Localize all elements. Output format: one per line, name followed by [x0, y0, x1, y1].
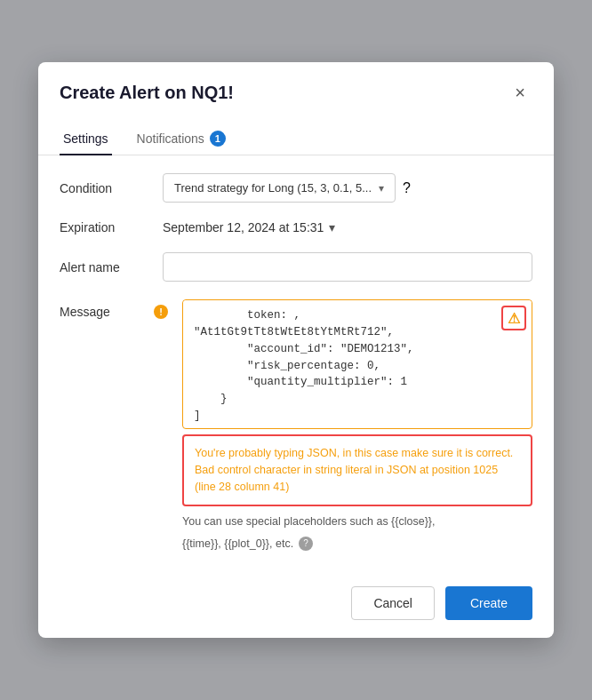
- tab-settings[interactable]: Settings: [60, 123, 112, 155]
- message-warning-dot: !: [154, 305, 168, 319]
- message-row: Message ! token: , "At1tGt9tTt8tWtEt8tYt…: [60, 299, 532, 550]
- notifications-badge: 1: [210, 131, 226, 147]
- condition-label: Condition: [60, 181, 148, 195]
- alert-name-row: Alert name: [60, 252, 532, 282]
- message-label: Message: [60, 305, 148, 319]
- json-error-box: You're probably typing JSON, in this cas…: [182, 434, 532, 505]
- alert-name-input[interactable]: [163, 252, 532, 282]
- expiration-select[interactable]: September 12, 2024 at 15:31 ▾: [163, 220, 532, 235]
- message-textarea[interactable]: token: , "At1tGt9tTt8tWtEt8tYtMtRt712", …: [183, 300, 532, 425]
- message-warning-button[interactable]: ⚠: [501, 306, 526, 330]
- condition-value: Trend strategy for Long (15, 3, 0.1, 5..…: [174, 181, 372, 195]
- tab-settings-label: Settings: [63, 131, 108, 146]
- expiration-value-text: September 12, 2024 at 15:31: [163, 220, 324, 235]
- placeholder-hint-text: You can use special placeholders such as…: [182, 515, 435, 528]
- create-button[interactable]: Create: [445, 586, 532, 620]
- expiration-row: Expiration September 12, 2024 at 15:31 ▾: [60, 220, 532, 235]
- warning-exclamation-icon: ⚠: [508, 310, 520, 327]
- error-text: You're probably typing JSON, in this cas…: [195, 445, 520, 495]
- message-label-wrap: Message !: [60, 299, 168, 319]
- condition-select-row: Trend strategy for Long (15, 3, 0.1, 5..…: [163, 173, 532, 203]
- placeholder-hint-row2: {{time}}, {{plot_0}}, etc. ?: [182, 537, 532, 551]
- expiration-chevron-icon: ▾: [329, 220, 335, 235]
- condition-select[interactable]: Trend strategy for Long (15, 3, 0.1, 5..…: [163, 173, 396, 203]
- condition-chevron-icon: ▾: [379, 182, 384, 195]
- create-alert-dialog: Create Alert on NQ1! × Settings Notifica…: [38, 62, 554, 637]
- close-button[interactable]: ×: [508, 80, 532, 105]
- dialog-body: Condition Trend strategy for Long (15, 3…: [38, 155, 554, 575]
- tab-notifications-label: Notifications: [137, 131, 204, 146]
- dialog-overlay: Create Alert on NQ1! × Settings Notifica…: [0, 0, 592, 700]
- dialog-title: Create Alert on NQ1!: [60, 83, 234, 103]
- message-textarea-wrap: token: , "At1tGt9tTt8tWtEt8tYtMtRt712", …: [182, 299, 532, 429]
- placeholder-hint-row: You can use special placeholders such as…: [182, 515, 532, 528]
- expiration-label: Expiration: [60, 220, 148, 235]
- tab-notifications[interactable]: Notifications 1: [133, 123, 229, 155]
- tabs-bar: Settings Notifications 1: [38, 112, 554, 155]
- dialog-footer: Cancel Create: [38, 576, 554, 638]
- placeholder-help-icon[interactable]: ?: [299, 537, 313, 551]
- message-container: token: , "At1tGt9tTt8tWtEt8tYtMtRt712", …: [182, 299, 532, 550]
- cancel-button[interactable]: Cancel: [351, 586, 435, 620]
- alert-name-label: Alert name: [60, 260, 148, 274]
- dialog-header: Create Alert on NQ1! ×: [38, 62, 554, 105]
- error-line-1: You're probably typing JSON, in this cas…: [195, 445, 520, 462]
- placeholder-hint-text2: {{time}}, {{plot_0}}, etc.: [182, 537, 293, 550]
- condition-row: Condition Trend strategy for Long (15, 3…: [60, 173, 532, 203]
- error-line-2: Bad control character in string literal …: [195, 462, 520, 496]
- condition-help-icon[interactable]: ?: [403, 180, 411, 196]
